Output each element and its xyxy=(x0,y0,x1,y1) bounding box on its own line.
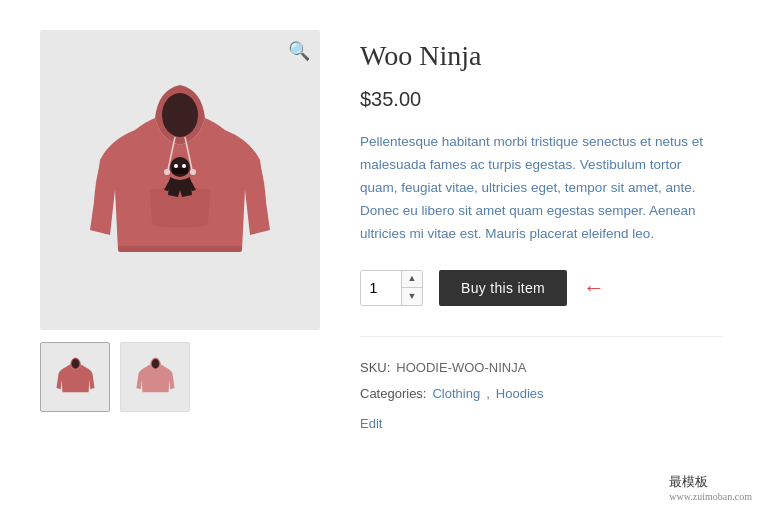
quantity-down-button[interactable]: ▼ xyxy=(402,288,422,305)
svg-point-10 xyxy=(71,359,79,368)
svg-point-3 xyxy=(164,169,170,175)
product-page: 🔍 xyxy=(0,0,762,510)
sku-label: SKU: xyxy=(360,355,390,381)
sku-row: SKU: HOODIE-WOO-NINJA xyxy=(360,355,722,381)
arrow-icon: ← xyxy=(583,275,605,301)
hoodie-svg xyxy=(80,50,280,310)
watermark: 最模板 www.zuimoban.com xyxy=(669,473,752,502)
product-description: Pellentesque habitant morbi tristique se… xyxy=(360,131,722,246)
quantity-stepper: ▲ ▼ xyxy=(401,271,422,305)
categories-label: Categories: xyxy=(360,381,426,407)
quantity-input[interactable] xyxy=(361,271,401,305)
quantity-input-wrapper: ▲ ▼ xyxy=(360,270,423,306)
categories-row: Categories: Clothing, Hoodies xyxy=(360,381,722,407)
category-hoodies-link[interactable]: Hoodies xyxy=(496,381,544,407)
product-title: Woo Ninja xyxy=(360,40,722,72)
product-price: $35.00 xyxy=(360,88,722,111)
product-details: Woo Ninja $35.00 Pellentesque habitant m… xyxy=(360,30,722,480)
product-meta: SKU: HOODIE-WOO-NINJA Categories: Clothi… xyxy=(360,336,722,437)
svg-rect-9 xyxy=(118,246,242,252)
quantity-up-button[interactable]: ▲ xyxy=(402,271,422,289)
svg-point-7 xyxy=(174,164,178,168)
product-gallery: 🔍 xyxy=(40,30,320,480)
thumbnail-strip xyxy=(40,342,320,412)
zoom-icon[interactable]: 🔍 xyxy=(288,40,310,62)
svg-point-0 xyxy=(162,93,198,137)
svg-point-11 xyxy=(151,359,159,368)
buy-button[interactable]: Buy this item xyxy=(439,270,567,306)
edit-link[interactable]: Edit xyxy=(360,411,382,437)
thumbnail-1[interactable] xyxy=(40,342,110,412)
svg-point-4 xyxy=(190,169,196,175)
svg-point-8 xyxy=(182,164,186,168)
svg-rect-6 xyxy=(172,168,188,174)
main-product-image: 🔍 xyxy=(40,30,320,330)
sku-value: HOODIE-WOO-NINJA xyxy=(396,355,526,381)
thumbnail-2[interactable] xyxy=(120,342,190,412)
category-clothing-link[interactable]: Clothing xyxy=(432,381,480,407)
add-to-cart-row: ▲ ▼ Buy this item ← xyxy=(360,270,722,306)
